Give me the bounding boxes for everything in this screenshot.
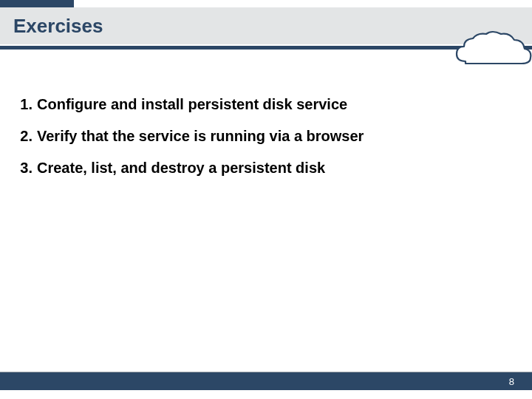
cloud-icon — [451, 28, 532, 72]
list-text: Configure and install persistent disk se… — [37, 96, 502, 113]
content-area: 1. Configure and install persistent disk… — [15, 96, 502, 191]
footer-bar: 8 — [0, 372, 532, 390]
page-number: 8 — [509, 376, 514, 387]
list-item: 3. Create, list, and destroy a persisten… — [15, 160, 502, 177]
list-text: Create, list, and destroy a persistent d… — [37, 160, 502, 177]
list-number: 1. — [15, 96, 37, 113]
top-accent-bar — [0, 0, 74, 7]
list-number: 2. — [15, 128, 37, 145]
list-item: 1. Configure and install persistent disk… — [15, 96, 502, 113]
list-item: 2. Verify that the service is running vi… — [15, 128, 502, 145]
list-text: Verify that the service is running via a… — [37, 128, 502, 145]
slide-title: Exercises — [13, 15, 103, 38]
list-number: 3. — [15, 160, 37, 177]
slide: Exercises 1. Configure and install persi… — [0, 0, 532, 399]
